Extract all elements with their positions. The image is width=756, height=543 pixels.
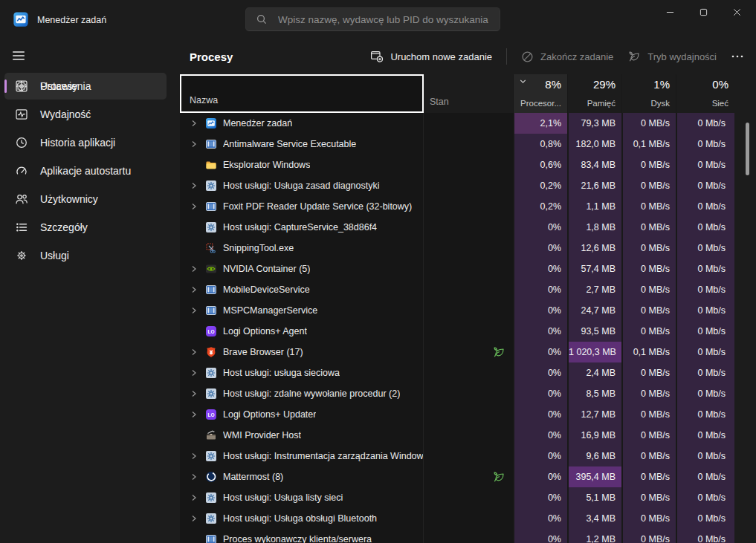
process-name-cell[interactable]: LOLogi Options+ Updater	[180, 404, 424, 425]
disk-value: 0 MB/s	[621, 362, 676, 383]
process-name-cell[interactable]: WMI Provider Host	[180, 425, 424, 446]
expand-chevron-icon[interactable]	[190, 140, 201, 149]
generic-app-icon	[205, 138, 217, 150]
service-gear-icon	[205, 450, 217, 462]
process-row[interactable]: MSPCManagerService0%24,7 MB0 MB/s0 Mb/s	[180, 300, 734, 321]
column-header-network[interactable]: 0% Sieć	[676, 74, 734, 113]
wmi-tools-icon	[205, 429, 217, 441]
process-name: Host usługi: Usługa obsługi Bluetooth	[223, 513, 377, 524]
status-cell	[424, 342, 513, 362]
column-header-memory[interactable]: 29% Pamięć	[567, 74, 621, 113]
process-row[interactable]: Host usługi: usługa sieciowa0%2,4 MB0 MB…	[180, 362, 734, 383]
cpu-value: 0%	[513, 217, 567, 238]
expand-chevron-icon[interactable]	[190, 181, 201, 190]
process-row[interactable]: Host usługi: CaptureService_38d86f40%1,8…	[180, 217, 734, 238]
process-name-cell[interactable]: LOLogi Options+ Agent	[180, 321, 424, 342]
cpu-value: 0,2%	[513, 175, 567, 196]
process-name-cell[interactable]: Host usługi: usługa sieciowa	[180, 362, 424, 383]
expand-chevron-icon[interactable]	[190, 348, 201, 357]
more-options-button[interactable]	[731, 54, 744, 59]
column-memory-label: Pamięć	[587, 99, 616, 108]
process-name-cell[interactable]: SnippingTool.exe	[180, 238, 424, 259]
process-row[interactable]: MobileDeviceService0%2,7 MB0 MB/s0 Mb/s	[180, 279, 734, 300]
search-box[interactable]	[245, 7, 500, 31]
process-row[interactable]: SnippingTool.exe0%12,6 MB0 MB/s0 Mb/s	[180, 238, 734, 259]
process-name-cell[interactable]: Host usługi: Instrumentacja zarządzania …	[180, 446, 424, 466]
vertical-scrollbar[interactable]	[746, 123, 749, 175]
process-row[interactable]: Host usługi: Usługa listy sieci0%5,1 MB0…	[180, 487, 734, 508]
process-name: Menedżer zadań	[223, 118, 292, 129]
expand-chevron-icon[interactable]	[190, 119, 201, 128]
process-name-cell[interactable]: Mattermost (8)	[180, 466, 424, 487]
process-name-cell[interactable]: Foxit PDF Reader Update Service (32-bito…	[180, 196, 424, 217]
expand-chevron-icon[interactable]	[190, 285, 201, 294]
expand-chevron-icon[interactable]	[190, 368, 201, 377]
process-row[interactable]: LOLogi Options+ Updater0%12,7 MB0 MB/s0 …	[180, 404, 734, 425]
process-name-cell[interactable]: Host usługi: zdalne wywołanie procedur (…	[180, 383, 424, 404]
sidebar-settings: Ustawienia	[4, 71, 167, 537]
minimize-button[interactable]	[653, 0, 687, 25]
column-header-name[interactable]: Nazwa	[180, 74, 424, 113]
process-name-cell[interactable]: Brave Browser (17)	[180, 342, 424, 362]
process-name-cell[interactable]: Eksplorator Windows	[180, 155, 424, 175]
process-name-cell[interactable]: Host usługi: Usługa listy sieci	[180, 487, 424, 508]
process-row[interactable]: Host usługi: Usługa obsługi Bluetooth0%3…	[180, 508, 734, 529]
column-name-label: Nazwa	[190, 95, 218, 105]
snipping-tool-icon	[205, 242, 217, 254]
search-input[interactable]	[277, 13, 500, 26]
process-row[interactable]: Mattermost (8)0%395,4 MB0 MB/s0 Mb/s	[180, 466, 734, 487]
hamburger-menu-icon[interactable]	[11, 48, 26, 63]
process-row[interactable]: Host usługi: zdalne wywołanie procedur (…	[180, 383, 734, 404]
network-value: 0 Mb/s	[676, 134, 734, 155]
expand-chevron-icon[interactable]	[190, 202, 201, 211]
process-row[interactable]: Foxit PDF Reader Update Service (32-bito…	[180, 196, 734, 217]
process-name-cell[interactable]: MSPCManagerService	[180, 300, 424, 321]
process-name-cell[interactable]: Host usługi: Usługa zasad diagnostyki	[180, 175, 424, 196]
process-row[interactable]: NVIDIA Container (5)0%57,4 MB0 MB/s0 Mb/…	[180, 259, 734, 279]
network-value: 0 Mb/s	[676, 238, 734, 259]
expand-chevron-icon[interactable]	[190, 410, 201, 419]
expand-chevron-icon[interactable]	[190, 472, 201, 481]
process-name: WMI Provider Host	[223, 430, 301, 440]
expand-chevron-icon[interactable]	[190, 452, 201, 461]
chevron-placeholder	[190, 160, 201, 169]
more-icon	[731, 54, 744, 59]
cpu-value: 0%	[513, 321, 567, 342]
chevron-placeholder	[190, 327, 201, 336]
network-value: 0 Mb/s	[676, 404, 734, 425]
process-row[interactable]: Proces wykonawczy klienta/serwera0%1,2 M…	[180, 529, 734, 543]
run-new-task-button[interactable]: Uruchom nowe zadanie	[370, 50, 492, 63]
process-name-cell[interactable]: Antimalware Service Executable	[180, 134, 424, 155]
expand-chevron-icon[interactable]	[190, 389, 201, 398]
close-button[interactable]	[720, 0, 754, 25]
maximize-button[interactable]	[687, 0, 720, 25]
efficiency-mode-button[interactable]: Tryb wydajności	[627, 50, 717, 63]
process-row[interactable]: Host usługi: Instrumentacja zarządzania …	[180, 446, 734, 466]
status-cell	[424, 217, 513, 238]
cpu-value: 0%	[513, 362, 567, 383]
process-name-cell[interactable]: MobileDeviceService	[180, 279, 424, 300]
expand-chevron-icon[interactable]	[190, 306, 201, 315]
process-row[interactable]: Menedżer zadań2,1%79,3 MB0 MB/s0 Mb/s	[180, 113, 734, 134]
expand-chevron-icon[interactable]	[190, 264, 201, 273]
expand-chevron-icon[interactable]	[190, 493, 201, 502]
process-row[interactable]: WMI Provider Host0%16,9 MB0 MB/s0 Mb/s	[180, 425, 734, 446]
column-header-status[interactable]: Stan	[424, 74, 513, 113]
process-row[interactable]: Antimalware Service Executable0,8%182,0 …	[180, 134, 734, 155]
nvidia-icon	[205, 263, 217, 275]
process-name-cell[interactable]: Proces wykonawczy klienta/serwera	[180, 529, 424, 543]
process-row[interactable]: Eksplorator Windows0,6%83,4 MB0 MB/s0 Mb…	[180, 155, 734, 175]
process-name-cell[interactable]: Host usługi: Usługa obsługi Bluetooth	[180, 508, 424, 529]
expand-chevron-icon[interactable]	[190, 514, 201, 523]
process-name: Proces wykonawczy klienta/serwera	[223, 534, 372, 543]
process-name-cell[interactable]: NVIDIA Container (5)	[180, 259, 424, 279]
sidebar-item-settings[interactable]: Ustawienia	[4, 73, 167, 100]
column-header-disk[interactable]: 1% Dysk	[621, 74, 676, 113]
process-name-cell[interactable]: Host usługi: CaptureService_38d86f4	[180, 217, 424, 238]
process-row[interactable]: Host usługi: Usługa zasad diagnostyki0,2…	[180, 175, 734, 196]
column-header-cpu[interactable]: 8% Procesor...	[513, 74, 567, 113]
process-row[interactable]: Brave Browser (17)0%1 020,3 MB0,1 MB/s0 …	[180, 342, 734, 362]
process-row[interactable]: LOLogi Options+ Agent0%93,5 MB0 MB/s0 Mb…	[180, 321, 734, 342]
process-name-cell[interactable]: Menedżer zadań	[180, 113, 424, 134]
column-cpu-label: Procesor...	[520, 99, 561, 108]
